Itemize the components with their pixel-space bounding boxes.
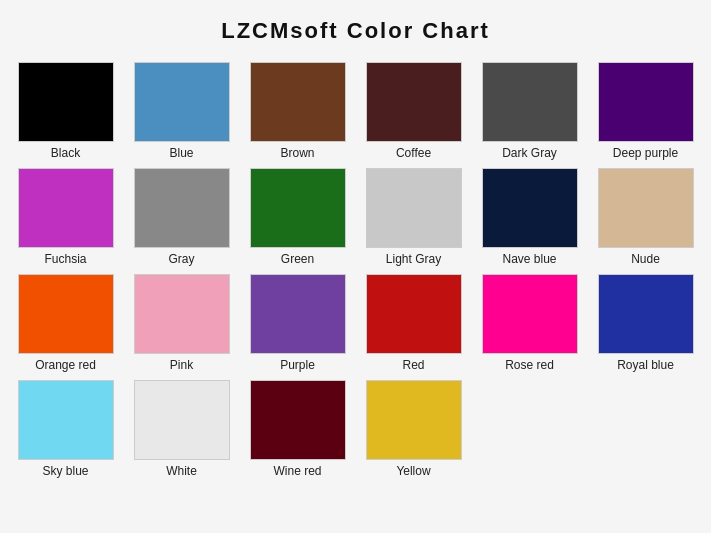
- color-swatch: [482, 62, 578, 142]
- color-swatch: [18, 62, 114, 142]
- color-swatch: [134, 62, 230, 142]
- color-swatch: [598, 62, 694, 142]
- color-label: Black: [51, 146, 80, 160]
- color-label: Purple: [280, 358, 315, 372]
- color-label: Blue: [169, 146, 193, 160]
- color-label: Royal blue: [617, 358, 674, 372]
- color-swatch: [482, 168, 578, 248]
- color-label: Gray: [168, 252, 194, 266]
- color-label: Wine red: [273, 464, 321, 478]
- color-item: Coffee: [359, 62, 469, 160]
- color-label: Coffee: [396, 146, 431, 160]
- color-swatch: [134, 168, 230, 248]
- color-item: Royal blue: [591, 274, 701, 372]
- color-swatch: [18, 168, 114, 248]
- color-label: Dark Gray: [502, 146, 557, 160]
- color-label: Sky blue: [42, 464, 88, 478]
- color-label: Fuchsia: [44, 252, 86, 266]
- color-swatch: [250, 274, 346, 354]
- color-item: Yellow: [359, 380, 469, 478]
- color-label: Rose red: [505, 358, 554, 372]
- color-label: Light Gray: [386, 252, 441, 266]
- color-swatch: [366, 168, 462, 248]
- color-item: Rose red: [475, 274, 585, 372]
- color-item: Fuchsia: [11, 168, 121, 266]
- color-label: Pink: [170, 358, 193, 372]
- color-item: Dark Gray: [475, 62, 585, 160]
- color-item: Brown: [243, 62, 353, 160]
- color-swatch: [598, 168, 694, 248]
- color-label: Yellow: [396, 464, 430, 478]
- color-label: Nude: [631, 252, 660, 266]
- color-item: Green: [243, 168, 353, 266]
- color-item: Nave blue: [475, 168, 585, 266]
- color-swatch: [366, 274, 462, 354]
- color-label: Orange red: [35, 358, 96, 372]
- color-label: Brown: [280, 146, 314, 160]
- color-label: Nave blue: [502, 252, 556, 266]
- color-label: White: [166, 464, 197, 478]
- color-swatch: [366, 380, 462, 460]
- color-swatch: [18, 380, 114, 460]
- color-item: Purple: [243, 274, 353, 372]
- color-swatch: [134, 274, 230, 354]
- color-grid: BlackBlueBrownCoffeeDark GrayDeep purple…: [11, 62, 701, 478]
- color-item: Black: [11, 62, 121, 160]
- color-item: Orange red: [11, 274, 121, 372]
- color-swatch: [366, 62, 462, 142]
- color-swatch: [250, 380, 346, 460]
- color-item: Deep purple: [591, 62, 701, 160]
- color-swatch: [250, 62, 346, 142]
- color-label: Red: [402, 358, 424, 372]
- color-item: Light Gray: [359, 168, 469, 266]
- color-swatch: [134, 380, 230, 460]
- color-swatch: [18, 274, 114, 354]
- color-item: Pink: [127, 274, 237, 372]
- color-label: Green: [281, 252, 314, 266]
- color-item: Sky blue: [11, 380, 121, 478]
- page-title: LZCMsoft Color Chart: [221, 18, 490, 44]
- color-item: Red: [359, 274, 469, 372]
- color-swatch: [598, 274, 694, 354]
- color-label: Deep purple: [613, 146, 678, 160]
- color-item: Wine red: [243, 380, 353, 478]
- color-item: Blue: [127, 62, 237, 160]
- color-item: White: [127, 380, 237, 478]
- color-swatch: [250, 168, 346, 248]
- color-item: Gray: [127, 168, 237, 266]
- color-item: Nude: [591, 168, 701, 266]
- color-swatch: [482, 274, 578, 354]
